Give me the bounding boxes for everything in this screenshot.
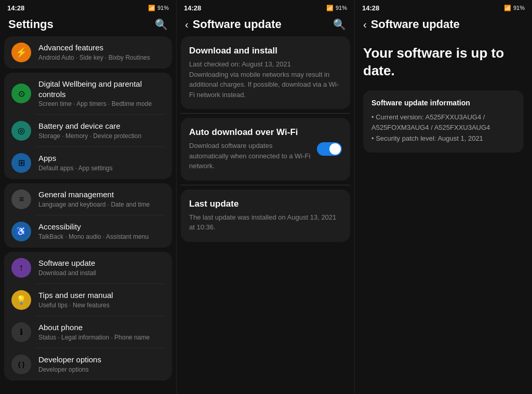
auto-download-toggle[interactable] [317,142,342,156]
about-phone-sub: Status · Legal information · Phone name [38,334,165,342]
general-management-title: General management [38,189,165,200]
download-install-sub: Last checked on: August 13, 2021Download… [189,59,342,100]
auto-download-sub: Download software updates automatically … [189,141,311,171]
signal-icon: 📶 [148,5,155,11]
developer-options-sub: Developer options [38,366,165,374]
status-icons-right: 📶 91% [504,5,525,11]
software-update-panel: 14:28 📶 91% ‹ Software update 🔍 Download… [177,0,355,394]
search-icon-middle[interactable]: 🔍 [333,18,346,31]
signal-icon-middle: 📶 [326,5,334,11]
apps-text: Apps Default apps · App settings [38,153,165,172]
general-management-sub: Language and keyboard · Date and time [38,201,165,209]
about-phone-text: About phone Status · Legal information ·… [38,322,165,342]
battery-care-sub: Storage · Memory · Device protection [38,132,165,141]
developer-options-icon: { } [11,355,31,374]
status-bar-right: 14:28 📶 91% [355,0,532,15]
settings-list: ⚡ Advanced features Android Auto · Side … [0,36,176,381]
digital-wellbeing-text: Digital Wellbeing and parental controls … [38,79,165,108]
digital-wellbeing-sub: Screen time · App timers · Bedtime mode [38,100,165,108]
back-arrow-middle[interactable]: ‹ [185,19,189,31]
tips-icon: 💡 [11,290,31,310]
auto-download-card[interactable]: Auto download over Wi-Fi Download softwa… [181,118,350,181]
software-update-top-bar: ‹ Software update 🔍 [177,15,354,36]
status-time-middle: 14:28 [184,4,201,12]
settings-title: Settings [8,18,54,31]
up-to-date-title: Your software is up to date. [363,45,524,80]
top-bar-back-middle: ‹ Software update [185,18,282,31]
download-install-card[interactable]: Download and install Last checked on: Au… [181,36,350,109]
digital-wellbeing-icon: ⊙ [11,84,31,103]
general-management-icon: ≡ [11,189,31,209]
software-update-detail-panel: 14:28 📶 91% ‹ Software update Your softw… [355,0,532,394]
apps-title: Apps [38,153,165,164]
software-update-title: Software update [38,258,165,268]
auto-download-row: Auto download over Wi-Fi Download softwa… [189,127,342,171]
tips-sub: Useful tips · New features [38,302,165,310]
battery-care-title: Battery and device care [38,121,165,131]
settings-scroll-area: ⚡ Advanced features Android Auto · Side … [0,36,176,388]
settings-item-battery-care[interactable]: ◎ Battery and device care Storage · Memo… [4,115,172,147]
tips-title: Tips and user manual [38,290,165,301]
status-time-left: 14:28 [7,4,24,12]
card-divider-1 [181,113,350,114]
settings-item-digital-wellbeing[interactable]: ⊙ Digital Wellbeing and parental control… [4,73,172,115]
settings-item-about-phone[interactable]: ℹ About phone Status · Legal information… [4,316,172,348]
status-time-right: 14:28 [362,4,379,12]
right-content: Your software is up to date. Software up… [355,36,532,161]
accessibility-title: Accessibility [38,222,165,232]
battery-care-icon: ◎ [11,121,31,141]
back-arrow-right[interactable]: ‹ [363,19,367,31]
software-update-panel-title: Software update [193,18,282,31]
developer-options-text: Developer options Developer options [38,355,165,374]
apps-icon: ⊞ [11,153,31,173]
battery-text-left: 91% [157,5,169,11]
settings-group-2: ⊙ Digital Wellbeing and parental control… [4,73,172,179]
settings-item-software-update[interactable]: ↑ Software update Download and install [4,252,172,284]
settings-item-tips[interactable]: 💡 Tips and user manual Useful tips · New… [4,284,172,316]
settings-item-advanced-features[interactable]: ⚡ Advanced features Android Auto · Side … [4,36,172,69]
general-management-text: General management Language and keyboard… [38,189,165,209]
software-update-text: Software update Download and install [38,258,165,277]
last-update-title: Last update [189,199,342,209]
status-bar-middle: 14:28 📶 91% [177,0,354,15]
update-info-lines: • Current version: A525FXXU3AUG4 / A525F… [371,112,515,144]
developer-options-title: Developer options [38,355,165,365]
accessibility-text: Accessibility TalkBack · Mono audio · As… [38,222,165,241]
about-phone-title: About phone [38,322,165,333]
update-info-card: Software update information • Current ve… [363,90,524,153]
advanced-features-icon: ⚡ [11,43,31,62]
advanced-features-text: Advanced features Android Auto · Side ke… [38,43,165,62]
settings-item-accessibility[interactable]: ♿ Accessibility TalkBack · Mono audio · … [4,215,172,248]
settings-group-3: ≡ General management Language and keyboa… [4,183,172,248]
software-update-detail-title: Software update [371,18,460,31]
settings-top-bar: Settings 🔍 [0,15,176,36]
status-icons-middle: 📶 91% [326,5,347,11]
accessibility-sub: TalkBack · Mono audio · Assistant menu [38,233,165,241]
software-update-scroll: Download and install Last checked on: Au… [177,36,354,388]
status-bar-left: 14:28 📶 91% [0,0,176,15]
search-icon[interactable]: 🔍 [155,18,168,31]
settings-panel: 14:28 📶 91% Settings 🔍 ⚡ Advanced featur… [0,0,177,394]
accessibility-icon: ♿ [11,222,31,241]
top-bar-back-right: ‹ Software update [363,18,460,31]
software-update-detail-top-bar: ‹ Software update [355,15,532,36]
auto-download-title: Auto download over Wi-Fi [189,127,311,138]
tips-text: Tips and user manual Useful tips · New f… [38,290,165,309]
battery-care-text: Battery and device care Storage · Memory… [38,121,165,140]
software-update-sub: Download and install [38,269,165,278]
update-info-card-title: Software update information [371,99,515,107]
settings-item-developer-options[interactable]: { } Developer options Developer options [4,348,172,381]
advanced-features-sub: Android Auto · Side key · Bixby Routines [38,54,165,62]
auto-download-text-block: Auto download over Wi-Fi Download softwa… [189,127,311,171]
last-update-sub: The last update was installed on August … [189,212,342,233]
download-install-title: Download and install [189,46,342,56]
settings-item-general-management[interactable]: ≡ General management Language and keyboa… [4,183,172,215]
settings-group-4: ↑ Software update Download and install 💡… [4,252,172,381]
apps-sub: Default apps · App settings [38,165,165,173]
toggle-knob [329,143,341,155]
card-divider-2 [181,185,350,185]
software-update-icon: ↑ [11,258,31,278]
status-icons-left: 📶 91% [148,5,169,11]
settings-item-apps[interactable]: ⊞ Apps Default apps · App settings [4,147,172,179]
last-update-card[interactable]: Last update The last update was installe… [181,189,350,242]
